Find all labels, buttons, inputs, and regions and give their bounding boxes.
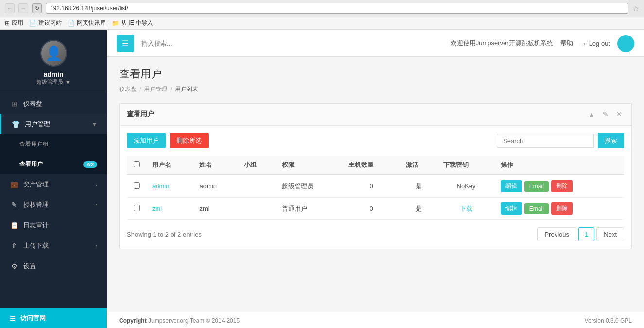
panel-title: 查看用户 <box>127 110 154 119</box>
header-name: 姓名 <box>193 156 238 175</box>
browser-chrome: ← → ↻ ☆ ⊞ 应用 📄 建议网站 📄 网页快讯库 📁 从 IE 中导入 <box>0 0 644 30</box>
upload-icon: ⇧ <box>10 242 18 250</box>
delete-button-2[interactable]: 删除 <box>551 202 573 215</box>
help-link[interactable]: 帮助 <box>560 39 573 48</box>
select-all-checkbox[interactable] <box>134 161 140 167</box>
dashboard-icon: ⊞ <box>10 100 18 108</box>
user-mgmt-arrow: ▼ <box>92 121 97 127</box>
official-label: 访问官网 <box>20 314 46 323</box>
footer-version: Version 0.3.0 GPL <box>585 317 632 324</box>
search-button[interactable]: 搜索 <box>598 133 624 148</box>
hamburger-icon: ☰ <box>122 39 129 48</box>
cell-username-1: admin <box>146 175 193 198</box>
bookmark-newslib[interactable]: 📄 网页快讯库 <box>68 19 106 27</box>
table-search-input[interactable] <box>497 134 594 148</box>
checkbox-row-2[interactable] <box>134 205 140 211</box>
panel-edit-icon[interactable]: ✎ <box>601 109 610 119</box>
header-key: 下载密钥 <box>437 156 495 175</box>
auth-arrow: ‹ <box>95 202 97 208</box>
page-body: 查看用户 仪表盘 / 用户管理 / 用户列表 查看用户 ▲ ✎ ✕ <box>107 57 644 312</box>
action-buttons-1: 编辑 Email 删除 <box>501 180 618 192</box>
cell-permission-1: 超级管理员 <box>276 175 343 198</box>
cell-name-2: zml <box>193 198 238 220</box>
bookmark-apps[interactable]: ⊞ 应用 <box>5 19 23 27</box>
pagination: Previous 1 Next <box>537 227 624 241</box>
user-list-badge: 2/2 <box>83 161 97 168</box>
star-icon[interactable]: ☆ <box>632 4 639 13</box>
sidebar-item-dashboard[interactable]: ⊞ 仪表盘 <box>0 93 107 114</box>
table-row: zml zml 普通用户 0 是 下载 <box>127 198 624 220</box>
download-key-link[interactable]: 下载 <box>460 205 472 212</box>
breadcrumb-dashboard[interactable]: 仪表盘 <box>119 85 137 93</box>
bookmark-suggest[interactable]: 📄 建议网站 <box>29 19 62 27</box>
pagination-area: Showing 1 to 2 of 2 entries Previous 1 N… <box>127 227 624 241</box>
cell-username-2: zml <box>146 198 193 220</box>
header-group: 小组 <box>238 156 276 175</box>
doc-icon-2: 📄 <box>68 20 75 27</box>
asset-arrow: ‹ <box>95 182 97 187</box>
add-user-button[interactable]: 添加用户 <box>127 133 166 148</box>
refresh-button[interactable]: ↻ <box>32 3 42 13</box>
table-row: admin admin 超级管理员 0 是 NoKey 编辑 <box>127 175 624 198</box>
sidebar-item-settings[interactable]: ⚙ 设置 <box>0 256 107 276</box>
link-zml[interactable]: zml <box>152 205 162 212</box>
bookmark-ie-import[interactable]: 📁 从 IE 中导入 <box>112 19 153 27</box>
sidebar-item-upload-dl[interactable]: ⇧ 上传下载 ‹ <box>0 236 107 256</box>
panel-collapse-icon[interactable]: ▲ <box>586 109 597 119</box>
avatar: 👤 <box>40 40 67 67</box>
panel-body: 添加用户 删除所选 搜索 <box>120 126 631 249</box>
address-bar[interactable] <box>46 3 628 14</box>
welcome-text: 欢迎使用Jumpserver开源跳板机系统 <box>451 39 553 48</box>
delete-selected-button[interactable]: 删除所选 <box>170 133 209 148</box>
sidebar-item-user-mgmt[interactable]: 👕 用户管理 ▼ <box>0 114 107 134</box>
showing-text: Showing 1 to 2 of 2 entries <box>127 231 202 238</box>
logout-button[interactable]: → Log out <box>580 40 610 47</box>
back-button[interactable]: ← <box>5 3 15 13</box>
sidebar-item-audit-log[interactable]: 📋 日志审计 <box>0 215 107 236</box>
header-checkbox <box>127 156 146 175</box>
toolbar: 添加用户 删除所选 搜索 <box>127 133 624 148</box>
footer-team: Team © 2014-2015 <box>190 317 240 324</box>
sidebar-item-user-list[interactable]: 查看用户 2/2 <box>0 154 107 174</box>
cell-hosts-1: 0 <box>343 175 400 198</box>
next-button[interactable]: Next <box>596 227 624 241</box>
breadcrumb-active: 用户列表 <box>175 85 198 93</box>
upload-arrow: ‹ <box>95 243 97 249</box>
email-button-1[interactable]: Email <box>524 181 549 192</box>
delete-button-1[interactable]: 删除 <box>551 180 573 192</box>
sidebar-item-user-group[interactable]: 查看用户组 <box>0 134 107 154</box>
cell-group-1 <box>238 175 276 198</box>
sidebar-item-auth-mgmt[interactable]: ✎ 授权管理 ‹ <box>0 195 107 215</box>
checkbox-row-1[interactable] <box>134 182 140 189</box>
top-right: 欢迎使用Jumpserver开源跳板机系统 帮助 → Log out <box>451 35 634 52</box>
cell-permission-2: 普通用户 <box>276 198 343 220</box>
panel-close-icon[interactable]: ✕ <box>614 109 624 119</box>
sidebar-official[interactable]: ☰ 访问官网 <box>0 308 107 328</box>
sidebar-item-asset-mgmt[interactable]: 💼 资产管理 ‹ <box>0 174 107 195</box>
sidebar-role[interactable]: 超级管理员 ▼ <box>36 78 70 86</box>
panel: 查看用户 ▲ ✎ ✕ 添加用户 删除所选 <box>119 103 632 249</box>
cell-name-1: admin <box>193 175 238 198</box>
forward-button[interactable]: → <box>18 3 28 13</box>
header-active: 激活 <box>400 156 437 175</box>
toolbar-right: 搜索 <box>497 133 624 148</box>
sidebar-profile: 👤 admin 超级管理员 ▼ <box>0 30 107 93</box>
browser-nav: ← → ↻ ☆ <box>0 0 644 17</box>
apps-icon: ⊞ <box>5 20 10 27</box>
cell-actions-1: 编辑 Email 删除 <box>495 175 624 198</box>
cell-hosts-2: 0 <box>343 198 400 220</box>
email-button-2[interactable]: Email <box>524 203 549 214</box>
top-search-input[interactable] <box>141 40 443 47</box>
sub-nav-user: 查看用户组 查看用户 2/2 <box>0 134 107 174</box>
breadcrumb-user-mgmt[interactable]: 用户管理 <box>144 85 167 93</box>
footer: Copyright Jumpserver.org Team © 2014-201… <box>107 312 644 328</box>
main-content: ☰ 欢迎使用Jumpserver开源跳板机系统 帮助 → Log out 查看用… <box>107 30 644 328</box>
footer-org: Jumpserver.org <box>148 317 189 324</box>
audit-icon: 📋 <box>10 221 18 229</box>
link-admin[interactable]: admin <box>152 182 169 190</box>
header-username: 用户名 <box>146 156 193 175</box>
menu-toggle-button[interactable]: ☰ <box>117 35 134 52</box>
previous-button[interactable]: Previous <box>537 227 576 241</box>
edit-button-2[interactable]: 编辑 <box>501 202 522 215</box>
edit-button-1[interactable]: 编辑 <box>501 180 522 192</box>
